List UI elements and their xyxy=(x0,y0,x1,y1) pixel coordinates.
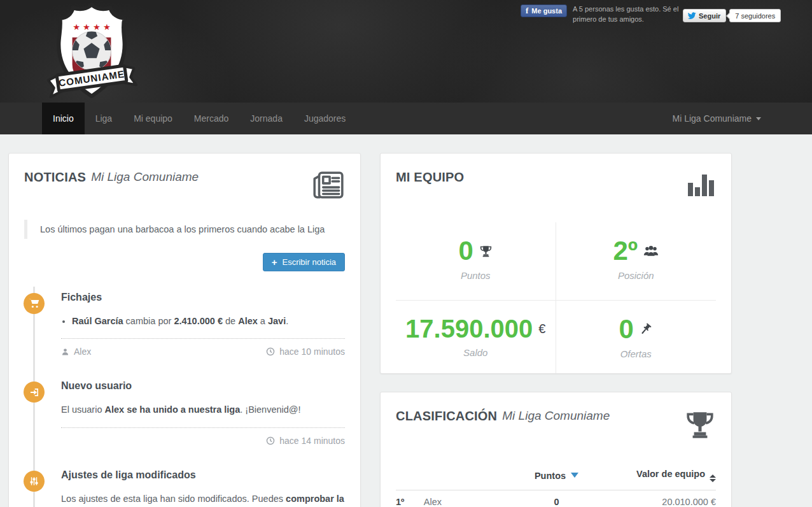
page-content: NOTICIAS Mi Liga Comuniame Los últimos p… xyxy=(0,134,812,507)
puntos-header-label: Puntos xyxy=(535,471,566,481)
stat-ofertas: 0 Ofertas xyxy=(556,301,717,374)
bar-chart-icon xyxy=(687,170,716,199)
table-row: 1º Alex 0 20.010.000 € xyxy=(396,490,716,507)
time-ago: hace 10 minutos xyxy=(279,346,345,357)
event-text: Los ajustes de esta liga han sido modifi… xyxy=(61,494,286,504)
trophy-icon xyxy=(479,245,493,258)
time-ago: hace 14 minutos xyxy=(279,436,345,446)
event-title: Nuevo usuario xyxy=(61,380,345,392)
plus-icon: + xyxy=(272,257,277,267)
transfer-amount: 2.410.000 € xyxy=(174,316,223,326)
event-meta: Alex hace 10 minutos xyxy=(61,339,345,357)
manager-name-cell: Alex xyxy=(424,490,517,507)
ofertas-label: Ofertas xyxy=(556,348,717,359)
chevron-down-icon xyxy=(756,117,761,120)
clasificacion-header: CLASIFICACIÓN Mi Liga Comuniame xyxy=(396,409,716,443)
activity-timeline: Fichajes Raúl García cambia por 2.410.00… xyxy=(24,292,345,507)
event-text: . xyxy=(286,316,288,326)
nav-item-jornada[interactable]: Jornada xyxy=(239,103,293,134)
write-news-button[interactable]: + Escribir noticia xyxy=(263,253,345,271)
write-news-label: Escribir noticia xyxy=(282,257,336,267)
nav-item-mercado[interactable]: Mercado xyxy=(183,103,239,134)
clasificacion-title: CLASIFICACIÓN xyxy=(396,409,497,424)
user-icon xyxy=(61,348,69,356)
player-name: Raúl García xyxy=(72,316,123,326)
sliders-icon xyxy=(24,471,45,492)
nav-label: Inicio xyxy=(53,113,74,124)
event-title: Ajustes de liga modificados xyxy=(61,469,345,481)
buyer-name: Javi xyxy=(268,316,286,326)
nav-label: Mi equipo xyxy=(134,113,172,124)
noticias-title: NOTICIAS xyxy=(24,170,86,185)
nav-item-jugadores[interactable]: Jugadores xyxy=(293,103,356,134)
noticias-header: NOTICIAS Mi Liga Comuniame xyxy=(24,170,345,203)
posicion-value: 2º xyxy=(613,238,638,264)
timeline-item-ajustes: Ajustes de liga modificados Los ajustes … xyxy=(24,469,345,507)
mi-equipo-title: MI EQUIPO xyxy=(396,170,464,185)
sign-in-icon xyxy=(24,382,45,403)
twitter-followers-badge[interactable]: 7 seguidores xyxy=(729,9,781,22)
event-time: hace 10 minutos xyxy=(266,346,345,357)
seller-name: Alex xyxy=(238,316,258,326)
left-column: NOTICIAS Mi Liga Comuniame Los últimos p… xyxy=(8,153,361,507)
sort-toggle-icon xyxy=(710,475,716,482)
event-text: El usuario xyxy=(61,404,105,415)
event-title: Fichajes xyxy=(61,292,345,303)
puntos-value: 0 xyxy=(459,238,473,264)
facebook-text-line2: primero de tus amigos. xyxy=(573,15,644,23)
timeline-item-fichajes: Fichajes Raúl García cambia por 2.410.00… xyxy=(24,292,345,357)
twitter-follow-button[interactable]: Seguir xyxy=(683,9,726,22)
twitter-bird-icon xyxy=(687,12,696,20)
event-text: de xyxy=(223,316,238,326)
right-column: MI EQUIPO 0 xyxy=(380,153,732,507)
nav-label: Jornada xyxy=(250,113,283,124)
nav-label: Liga xyxy=(95,113,112,124)
facebook-social-text: A 5 personas les gusta esto. Sé el prime… xyxy=(573,4,678,25)
nav-item-mi-equipo[interactable]: Mi equipo xyxy=(123,103,183,134)
nav-label: Jugadores xyxy=(304,113,346,124)
puntos-column-header[interactable]: Puntos xyxy=(517,469,596,490)
posicion-label: Posición xyxy=(556,270,717,281)
valor-header-label: Valor de equipo xyxy=(636,469,705,479)
event-text: cambia por xyxy=(123,316,174,326)
puntos-cell: 0 xyxy=(517,490,596,507)
nav-item-liga[interactable]: Liga xyxy=(85,103,123,134)
nav-item-inicio[interactable]: Inicio xyxy=(42,103,85,134)
puntos-label: Puntos xyxy=(396,270,556,281)
event-body: Los ajustes de esta liga han sido modifi… xyxy=(61,492,345,507)
valor-column-header[interactable]: Valor de equipo xyxy=(596,469,716,490)
twitter-follow-label: Seguir xyxy=(699,12,720,20)
mi-equipo-header: MI EQUIPO xyxy=(396,170,716,199)
site-header: ★ ★ ★ ★ COMUNIAME f Me gusta xyxy=(0,0,812,103)
mi-equipo-card: MI EQUIPO 0 xyxy=(380,153,732,374)
euro-sign: € xyxy=(538,322,545,336)
team-value-cell: 20.010.000 € xyxy=(596,490,716,507)
league-selector-label: Mi Liga Comuniame xyxy=(673,113,752,124)
news-quote: Los últimos pagan una barbacoa a los pri… xyxy=(24,220,345,239)
joined-user: Alex se ha unido a nuestra liga xyxy=(105,404,241,415)
standings-table: Puntos Valor de equipo 1º Alex 0 20.010.… xyxy=(396,469,716,507)
noticias-actions: + Escribir noticia xyxy=(24,253,345,271)
trophy-icon xyxy=(684,409,716,443)
facebook-like-button[interactable]: f Me gusta xyxy=(521,4,567,17)
event-meta: hace 14 minutos xyxy=(61,428,345,446)
standings-header-row: Puntos Valor de equipo xyxy=(396,469,716,490)
clasificacion-card: CLASIFICACIÓN Mi Liga Comuniame xyxy=(380,392,732,507)
main-navigation: Inicio Liga Mi equipo Mercado Jornada Ju… xyxy=(0,103,812,134)
rank-cell: 1º xyxy=(396,490,424,507)
saldo-label: Saldo xyxy=(396,347,556,358)
twitter-followers-label: 7 seguidores xyxy=(735,12,775,20)
twitter-follow-widget: Seguir 7 seguidores xyxy=(683,9,781,22)
noticias-subtitle: Mi Liga Comuniame xyxy=(91,170,199,184)
league-selector-dropdown[interactable]: Mi Liga Comuniame xyxy=(673,103,762,134)
facebook-like-widget: f Me gusta A 5 personas les gusta esto. … xyxy=(521,4,678,25)
gavel-icon xyxy=(640,323,653,336)
stat-posicion: 2º Posición xyxy=(556,222,717,301)
event-author: Alex xyxy=(61,346,91,357)
facebook-icon: f xyxy=(526,6,528,16)
comuniame-logo[interactable]: ★ ★ ★ ★ COMUNIAME xyxy=(41,2,143,101)
name-column-header xyxy=(424,469,517,490)
timeline-item-nuevo-usuario: Nuevo usuario El usuario Alex se ha unid… xyxy=(24,380,345,445)
sort-descending-icon xyxy=(571,473,578,478)
stat-puntos: 0 Puntos xyxy=(396,222,556,301)
